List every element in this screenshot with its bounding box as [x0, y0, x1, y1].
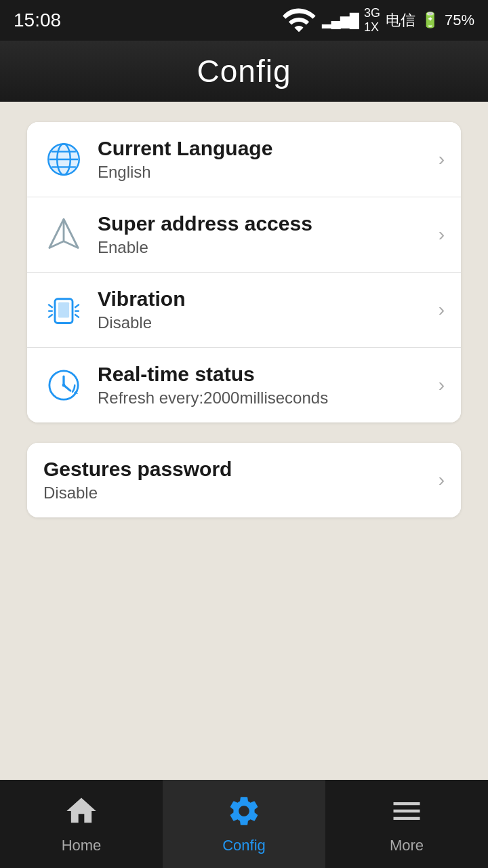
nav-config[interactable]: Config — [163, 780, 325, 868]
chevron-icon-5: › — [439, 469, 445, 491]
status-time: 15:08 — [14, 9, 61, 31]
svg-point-19 — [62, 384, 66, 387]
settings-group-1: Current Language English › Super address… — [27, 122, 461, 422]
vibration-text: Vibration Disable — [98, 288, 432, 332]
chevron-icon-3: › — [439, 299, 445, 321]
current-language-value: English — [98, 163, 432, 182]
address-icon — [43, 214, 84, 255]
settings-group-2: Gestures password Disable › — [27, 443, 461, 517]
realtime-status-item[interactable]: Real-time status Refresh every:2000milli… — [27, 348, 461, 422]
status-bar: 15:08 ▂▄▆█ 3G1X 电信 🔋 75% — [0, 0, 488, 41]
super-address-item[interactable]: Super address access Enable › — [27, 197, 461, 273]
carrier-label: 电信 — [386, 10, 415, 31]
svg-line-12 — [75, 304, 79, 308]
current-language-title: Current Language — [98, 137, 432, 160]
realtime-status-value: Refresh every:2000milliseconds — [98, 389, 432, 408]
vibration-title: Vibration — [98, 288, 432, 311]
gestures-password-text: Gestures password Disable — [43, 458, 432, 502]
current-language-item[interactable]: Current Language English › — [27, 122, 461, 197]
nav-more-label: More — [390, 837, 424, 854]
battery-icon: 🔋 — [421, 12, 439, 29]
bottom-navigation: Home Config More — [0, 780, 488, 868]
battery-percent: 75% — [445, 12, 474, 29]
clock-icon — [43, 365, 84, 406]
svg-line-9 — [48, 304, 53, 308]
home-icon — [64, 793, 99, 833]
network-type: 3G1X — [364, 6, 380, 35]
svg-rect-15 — [58, 302, 69, 318]
svg-line-14 — [75, 315, 79, 318]
chevron-icon-4: › — [439, 374, 445, 396]
signal-icon: ▂▄▆█ — [322, 12, 359, 28]
nav-home[interactable]: Home — [0, 780, 163, 868]
nav-config-label: Config — [222, 837, 266, 854]
gestures-password-item[interactable]: Gestures password Disable › — [27, 443, 461, 517]
realtime-status-text: Real-time status Refresh every:2000milli… — [98, 363, 432, 408]
current-language-text: Current Language English — [98, 137, 432, 182]
content-area: Current Language English › Super address… — [0, 102, 488, 558]
page-title: Config — [197, 53, 291, 90]
realtime-status-title: Real-time status — [98, 363, 432, 386]
super-address-title: Super address access — [98, 212, 432, 235]
language-icon — [43, 139, 84, 180]
vibration-value: Disable — [98, 313, 432, 332]
nav-more[interactable]: More — [325, 780, 488, 868]
wifi-icon — [281, 3, 317, 38]
config-icon — [226, 793, 262, 833]
app-header: Config — [0, 41, 488, 102]
super-address-text: Super address access Enable — [98, 212, 432, 257]
more-icon — [389, 793, 424, 833]
super-address-value: Enable — [98, 238, 432, 257]
svg-line-11 — [48, 315, 53, 318]
vibration-item[interactable]: Vibration Disable › — [27, 273, 461, 348]
chevron-icon-2: › — [439, 224, 445, 245]
nav-home-label: Home — [62, 837, 102, 854]
gestures-password-value: Disable — [43, 484, 432, 502]
vibration-icon — [43, 290, 84, 330]
gestures-password-title: Gestures password — [43, 458, 432, 481]
status-icons: ▂▄▆█ 3G1X 电信 🔋 75% — [281, 3, 474, 38]
chevron-icon: › — [439, 149, 445, 170]
